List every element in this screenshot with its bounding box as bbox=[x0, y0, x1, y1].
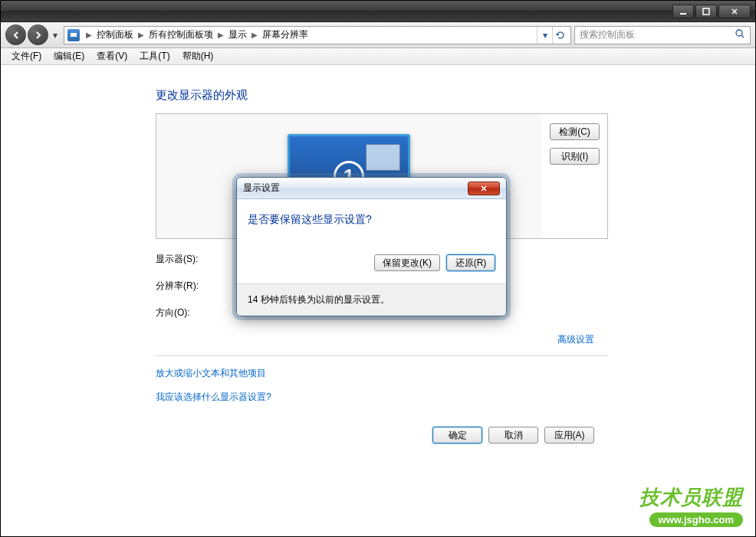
nav-back-button[interactable] bbox=[5, 25, 26, 45]
watermark-text: 技术员联盟 bbox=[639, 484, 743, 511]
svg-point-2 bbox=[736, 30, 742, 36]
detect-button[interactable]: 检测(C) bbox=[550, 123, 600, 140]
orientation-label: 方向(O): bbox=[156, 306, 240, 319]
menu-edit[interactable]: 编辑(E) bbox=[48, 50, 90, 63]
breadcrumb-item[interactable]: 显示 bbox=[225, 28, 250, 41]
resolution-label: 分辨率(R): bbox=[156, 280, 240, 293]
watermark-url: www.jsgho.com bbox=[649, 512, 743, 527]
display-label: 显示器(S): bbox=[156, 253, 240, 266]
dialog-main-text: 是否要保留这些显示设置? bbox=[248, 213, 495, 227]
chevron-right-icon: ▶ bbox=[136, 31, 146, 39]
dialog-countdown-text: 14 秒钟后转换为以前的显示设置。 bbox=[237, 283, 506, 316]
svg-rect-1 bbox=[703, 8, 709, 15]
address-dropdown-button[interactable]: ▾ bbox=[537, 27, 552, 44]
chevron-right-icon: ▶ bbox=[250, 31, 259, 39]
titlebar[interactable] bbox=[1, 1, 755, 22]
nav-forward-button[interactable] bbox=[28, 25, 48, 45]
navigation-bar: ▾ ▶ 控制面板 ▶ 所有控制面板项 ▶ 显示 ▶ 屏幕分辨率 ▾ 搜索控制面板 bbox=[1, 22, 755, 48]
chevron-right-icon: ▶ bbox=[216, 31, 225, 39]
search-icon[interactable] bbox=[735, 28, 745, 41]
apply-button[interactable]: 应用(A) bbox=[544, 427, 594, 444]
breadcrumb-item[interactable]: 屏幕分辨率 bbox=[259, 28, 311, 41]
ok-button[interactable]: 确定 bbox=[432, 427, 482, 444]
menu-help[interactable]: 帮助(H) bbox=[176, 50, 220, 63]
dialog-title-bar[interactable]: 显示设置 bbox=[237, 178, 506, 199]
display-help-link[interactable]: 我应该选择什么显示器设置? bbox=[156, 391, 608, 404]
menu-tools[interactable]: 工具(T) bbox=[133, 50, 176, 63]
control-panel-icon bbox=[67, 29, 80, 41]
minimize-button[interactable] bbox=[672, 5, 694, 18]
page-title: 更改显示器的外观 bbox=[156, 88, 608, 103]
text-scaling-link[interactable]: 放大或缩小文本和其他项目 bbox=[156, 367, 608, 380]
keep-changes-button[interactable]: 保留更改(K) bbox=[374, 254, 440, 271]
window-chrome: ▾ ▶ 控制面板 ▶ 所有控制面板项 ▶ 显示 ▶ 屏幕分辨率 ▾ 搜索控制面板 bbox=[0, 0, 756, 537]
svg-rect-0 bbox=[680, 13, 686, 15]
search-placeholder: 搜索控制面板 bbox=[580, 28, 635, 41]
refresh-button[interactable] bbox=[552, 27, 567, 44]
divider bbox=[156, 355, 608, 356]
preview-window-icon bbox=[366, 144, 400, 171]
maximize-button[interactable] bbox=[695, 5, 717, 18]
address-bar[interactable]: ▶ 控制面板 ▶ 所有控制面板项 ▶ 显示 ▶ 屏幕分辨率 ▾ bbox=[64, 26, 571, 44]
dialog-title-text: 显示设置 bbox=[243, 182, 280, 195]
chevron-right-icon: ▶ bbox=[84, 31, 94, 39]
watermark: 技术员联盟 www.jsgho.com bbox=[639, 484, 743, 527]
window-close-button[interactable] bbox=[718, 5, 751, 18]
cancel-button[interactable]: 取消 bbox=[488, 427, 538, 444]
breadcrumb-item[interactable]: 所有控制面板项 bbox=[146, 28, 216, 41]
revert-button[interactable]: 还原(R) bbox=[446, 254, 495, 271]
menu-file[interactable]: 文件(F) bbox=[5, 50, 48, 63]
nav-history-dropdown[interactable]: ▾ bbox=[50, 27, 61, 44]
display-settings-dialog: 显示设置 是否要保留这些显示设置? 保留更改(K) 还原(R) 14 秒钟后转换… bbox=[236, 177, 507, 316]
breadcrumb-item[interactable]: 控制面板 bbox=[94, 28, 136, 41]
dialog-close-button[interactable] bbox=[468, 182, 500, 195]
identify-button[interactable]: 识别(I) bbox=[550, 148, 600, 165]
search-input[interactable]: 搜索控制面板 bbox=[574, 26, 751, 44]
menu-bar: 文件(F) 编辑(E) 查看(V) 工具(T) 帮助(H) bbox=[1, 48, 755, 65]
menu-view[interactable]: 查看(V) bbox=[90, 50, 133, 63]
advanced-settings-link[interactable]: 高级设置 bbox=[557, 333, 594, 346]
